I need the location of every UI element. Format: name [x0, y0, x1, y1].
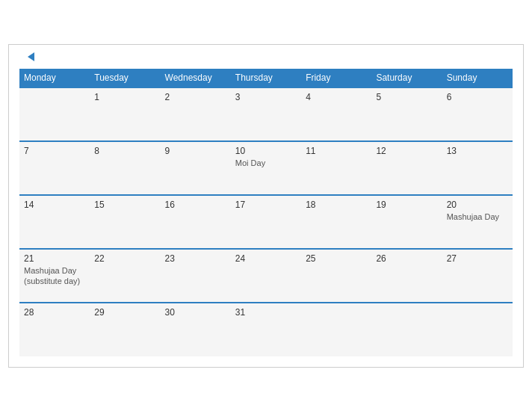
calendar-week-row: 14151617181920Mashujaa Day: [19, 195, 513, 249]
day-of-week-header: Saturday: [371, 69, 442, 87]
day-number: 6: [447, 92, 508, 102]
calendar-day-cell: 14: [19, 195, 90, 249]
calendar-day-cell: 12: [371, 141, 442, 195]
calendar-day-cell: 2: [161, 87, 231, 141]
logo: [19, 52, 34, 61]
calendar-week-row: 28293031: [19, 303, 513, 356]
calendar-day-cell: 10Moi Day: [231, 141, 301, 195]
day-of-week-header: Tuesday: [90, 69, 160, 87]
day-number: 9: [165, 146, 226, 156]
calendar-day-cell: 29: [90, 303, 160, 356]
day-number: 28: [24, 307, 85, 318]
day-number: 24: [235, 253, 297, 264]
calendar-week-row: 78910Moi Day111213: [19, 141, 513, 195]
day-of-week-header: Friday: [301, 69, 371, 87]
day-number: 30: [165, 307, 226, 318]
calendar-week-row: 21Mashujaa Day (substitute day)222324252…: [19, 249, 513, 303]
calendar-day-cell: [19, 87, 90, 141]
day-of-week-header: Monday: [19, 69, 90, 87]
day-number: 13: [447, 146, 508, 156]
calendar-day-cell: 30: [161, 303, 231, 356]
calendar-day-cell: 31: [231, 303, 301, 356]
calendar-day-cell: 23: [161, 249, 231, 303]
calendar-day-cell: 22: [90, 249, 160, 303]
calendar-day-cell: [301, 303, 371, 356]
day-number: 10: [235, 146, 297, 156]
calendar-day-cell: 17: [231, 195, 301, 249]
day-number: 25: [306, 253, 367, 264]
calendar-day-cell: 19: [371, 195, 442, 249]
day-of-week-header: Wednesday: [161, 69, 231, 87]
day-number: 29: [94, 307, 155, 318]
calendar-day-cell: 20Mashujaa Day: [442, 195, 513, 249]
calendar-day-cell: 21Mashujaa Day (substitute day): [19, 249, 90, 303]
calendar-day-cell: [442, 303, 513, 356]
calendar-day-cell: 26: [371, 249, 442, 303]
svg-marker-0: [28, 52, 34, 61]
calendar-day-cell: [371, 303, 442, 356]
day-number: 17: [235, 200, 297, 210]
day-number: 11: [306, 146, 367, 156]
calendar-day-cell: 13: [442, 141, 513, 195]
day-number: 12: [376, 146, 437, 156]
day-number: 23: [165, 253, 226, 264]
calendar-grid: MondayTuesdayWednesdayThursdayFridaySatu…: [19, 69, 513, 356]
day-number: 4: [306, 92, 367, 102]
calendar-day-cell: 4: [301, 87, 371, 141]
calendar-day-cell: 27: [442, 249, 513, 303]
logo-flag-icon: [21, 52, 34, 61]
calendar-day-cell: 18: [301, 195, 371, 249]
calendar-day-cell: 28: [19, 303, 90, 356]
day-number: 7: [24, 146, 85, 156]
day-number: 22: [94, 253, 155, 264]
day-number: 1: [94, 92, 155, 102]
calendar-day-cell: 9: [161, 141, 231, 195]
calendar-day-cell: 7: [19, 141, 90, 195]
day-number: 5: [376, 92, 437, 102]
day-number: 15: [94, 200, 155, 210]
calendar-header: [19, 52, 513, 61]
day-number: 31: [235, 307, 297, 318]
day-event: Moi Day: [235, 158, 297, 168]
day-number: 14: [24, 200, 85, 210]
calendar-week-row: 123456: [19, 87, 513, 141]
calendar-day-cell: 11: [301, 141, 371, 195]
day-number: 26: [376, 253, 437, 264]
calendar-day-cell: 16: [161, 195, 231, 249]
day-number: 16: [165, 200, 226, 210]
day-number: 21: [24, 253, 85, 264]
day-number: 8: [94, 146, 155, 156]
day-number: 27: [447, 253, 508, 264]
day-event: Mashujaa Day: [447, 211, 508, 222]
day-number: 20: [447, 200, 508, 210]
day-number: 18: [306, 200, 367, 210]
calendar-day-cell: 5: [371, 87, 442, 141]
day-number: 2: [165, 92, 226, 102]
calendar-container: MondayTuesdayWednesdayThursdayFridaySatu…: [8, 44, 524, 368]
calendar-day-cell: 8: [90, 141, 160, 195]
day-of-week-header: Sunday: [442, 69, 513, 87]
day-number: 3: [235, 92, 297, 102]
day-of-week-header: Thursday: [231, 69, 301, 87]
calendar-day-cell: 3: [231, 87, 301, 141]
calendar-day-cell: 6: [442, 87, 513, 141]
calendar-day-cell: 1: [90, 87, 160, 141]
days-header-row: MondayTuesdayWednesdayThursdayFridaySatu…: [19, 69, 513, 87]
calendar-day-cell: 25: [301, 249, 371, 303]
day-event: Mashujaa Day (substitute day): [24, 265, 85, 287]
day-number: 19: [376, 200, 437, 210]
calendar-day-cell: 15: [90, 195, 160, 249]
calendar-day-cell: 24: [231, 249, 301, 303]
